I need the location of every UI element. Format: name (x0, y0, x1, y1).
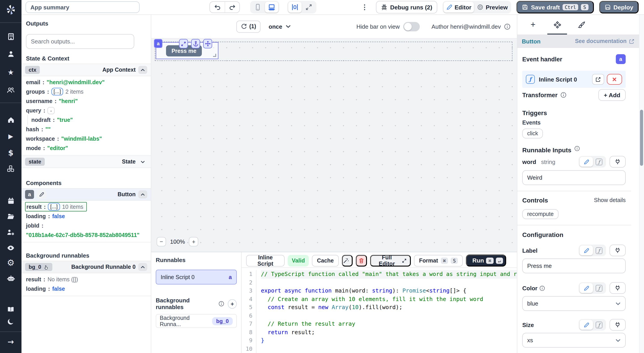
rename-button[interactable] (37, 190, 46, 199)
zoom-in-button[interactable]: + (189, 237, 198, 246)
component-a-badge[interactable]: a (25, 190, 34, 199)
resize-handle[interactable] (213, 54, 216, 57)
panel-scrollbar-track[interactable] (639, 15, 644, 353)
collapse-box[interactable]: - (48, 107, 54, 114)
expand-array-badge[interactable]: [...] (51, 88, 63, 95)
collapse-button[interactable] (138, 263, 147, 271)
event-handler-script-row[interactable]: ƒ Inline Script 0 ✕ (522, 71, 626, 88)
eval-input-button[interactable]: ƒ (593, 245, 605, 255)
open-script-button[interactable] (592, 74, 604, 85)
hide-bar-toggle[interactable] (403, 22, 420, 31)
code-line[interactable]: return result; (261, 328, 517, 336)
cache-button[interactable]: Cache (312, 255, 338, 266)
ai-wand-button[interactable] (342, 255, 353, 266)
code-editor[interactable]: 12345678910 // TypeScript function calle… (242, 267, 517, 353)
deploy-button[interactable]: Deploy (599, 1, 639, 14)
bg0-section-row[interactable]: bg_0 Background Runnable 0 (22, 261, 151, 273)
bg0-badge[interactable]: bg_0 (25, 263, 52, 271)
users-icon[interactable] (0, 85, 22, 95)
runnable-item-bg-0[interactable]: Background Runna... bg_0 (156, 314, 237, 328)
move-handle[interactable] (203, 39, 212, 48)
user-gear-icon[interactable] (0, 227, 22, 237)
redo-button[interactable] (225, 2, 240, 13)
run-button[interactable]: Run ⌘ ↵ (466, 254, 506, 266)
add-transformer-button[interactable]: + Add (598, 89, 626, 101)
expand-array-badge[interactable]: [...] (48, 203, 60, 211)
user-icon[interactable] (0, 48, 22, 59)
app-summary-input[interactable] (26, 1, 140, 13)
size-select[interactable]: xs (522, 333, 626, 348)
format-button[interactable]: Format ⌘ S (414, 255, 463, 266)
tab-styling[interactable] (569, 15, 594, 35)
code-content[interactable]: // TypeScript function called "main" tha… (256, 270, 517, 353)
desktop-view-button[interactable] (265, 2, 278, 13)
code-line[interactable] (261, 311, 517, 320)
ctx-section-row[interactable]: ctx App Context (22, 64, 151, 76)
code-line[interactable]: // TypeScript function called "main" tha… (261, 270, 517, 278)
arrow-right-icon[interactable]: → (0, 336, 22, 347)
home-icon[interactable] (0, 114, 22, 125)
state-section-row[interactable]: state State (22, 155, 151, 168)
static-input-button[interactable] (580, 283, 593, 293)
refresh-mode-dropdown[interactable]: once (269, 23, 291, 30)
remove-script-button[interactable]: ✕ (607, 74, 622, 85)
refresh-button[interactable]: (1) (236, 20, 261, 33)
static-input-button[interactable] (580, 320, 593, 330)
add-bg-runnable-button[interactable]: + (228, 299, 237, 308)
full-width-button[interactable] (302, 2, 316, 13)
panel-scrollbar-thumb[interactable] (640, 110, 643, 166)
connect-input-button[interactable] (610, 156, 626, 168)
tab-editor[interactable]: Editor (444, 2, 474, 13)
anchor-handle[interactable] (191, 39, 200, 48)
runnable-item-inline-script-0[interactable]: Inline Script 0 a (156, 270, 237, 284)
eval-input-button[interactable]: ƒ (593, 157, 605, 167)
moon-icon[interactable] (0, 316, 22, 327)
expand-button[interactable] (138, 160, 147, 163)
recompute-chip[interactable]: recompute (522, 209, 558, 219)
code-line[interactable]: // Create an array with 10 elements, fil… (261, 295, 517, 303)
connect-input-button[interactable] (610, 245, 626, 256)
label-config-input[interactable] (522, 258, 626, 273)
input-word-value[interactable] (522, 170, 626, 185)
debug-runs-button[interactable]: Debug runs (2) (376, 1, 437, 14)
ctx-badge[interactable]: ctx (25, 66, 40, 74)
code-line[interactable]: export async function main(word: string)… (261, 287, 517, 295)
collapse-button[interactable] (138, 66, 147, 74)
tab-preview[interactable]: Preview (474, 2, 510, 13)
connect-input-button[interactable] (610, 319, 626, 330)
building-icon[interactable] (0, 31, 22, 42)
star-icon[interactable]: ★ (0, 67, 22, 78)
code-line[interactable] (261, 278, 517, 287)
cubes-icon[interactable] (0, 163, 22, 174)
undo-button[interactable] (210, 2, 225, 13)
component-a-row[interactable]: a Button (22, 188, 151, 201)
calendar-icon[interactable] (0, 195, 22, 206)
tab-insert-component[interactable]: + (521, 15, 545, 35)
save-draft-button[interactable]: Save draft Ctrl S (517, 1, 594, 14)
code-line[interactable]: } (261, 336, 517, 345)
event-click-chip[interactable]: click (522, 129, 543, 138)
component-id-tag[interactable]: a (154, 39, 162, 48)
color-select[interactable]: blue (522, 296, 626, 311)
expand-handle[interactable] (179, 39, 188, 48)
book-icon[interactable] (0, 304, 22, 315)
state-badge[interactable]: state (25, 158, 45, 166)
tab-component-settings[interactable] (545, 15, 569, 35)
center-content-button[interactable] (288, 2, 302, 13)
windmill-logo[interactable] (0, 5, 22, 15)
code-line[interactable] (261, 345, 517, 353)
folder-icon[interactable] (0, 211, 22, 222)
dollar-icon[interactable]: $ (0, 147, 22, 158)
connect-input-button[interactable] (610, 282, 626, 294)
robot-icon[interactable] (0, 273, 22, 283)
app-canvas[interactable]: a Press me − (151, 39, 517, 252)
collapse-button[interactable] (138, 190, 147, 198)
search-outputs-input[interactable] (26, 34, 134, 49)
more-menu-button[interactable]: ⋮ (360, 3, 370, 11)
code-line[interactable]: const result = new Array(10).fill(word); (261, 303, 517, 311)
mobile-view-button[interactable] (251, 2, 264, 13)
eye-icon[interactable] (0, 242, 22, 253)
zoom-out-button[interactable]: − (157, 237, 166, 246)
gear-icon[interactable]: ⚙ (0, 257, 22, 268)
eval-input-button[interactable]: ƒ (593, 320, 605, 330)
